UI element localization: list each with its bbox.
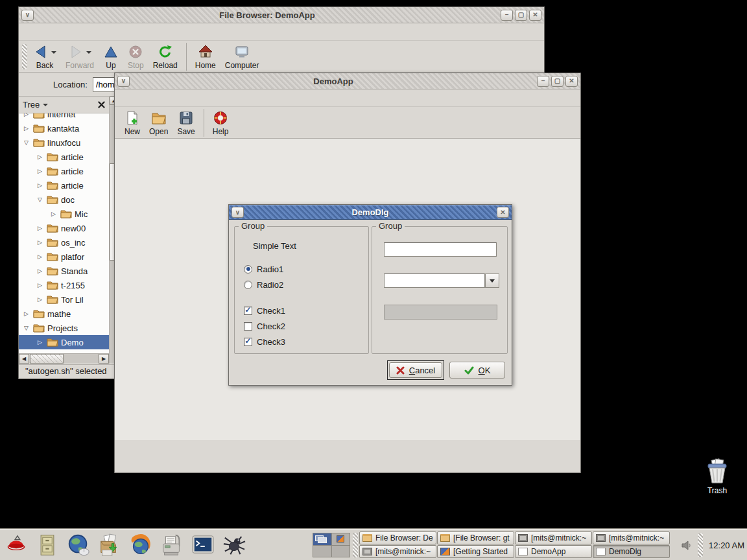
tree-item[interactable]: Standa	[19, 264, 109, 278]
expander-icon[interactable]	[24, 125, 33, 132]
tree-item[interactable]: internet	[19, 113, 109, 121]
radio-option[interactable]: Radio2	[244, 277, 368, 292]
scroll-right-icon[interactable]: ▶	[99, 354, 109, 364]
expander-icon[interactable]	[38, 296, 47, 303]
window-menu-icon[interactable]: ∨	[231, 207, 244, 218]
tree-item[interactable]: article	[19, 164, 109, 178]
tree-item[interactable]: article	[19, 150, 109, 164]
window-menu-icon[interactable]: ∨	[21, 10, 34, 21]
expander-icon[interactable]	[38, 239, 47, 246]
minimize-button[interactable]: –	[537, 76, 549, 87]
menu-item[interactable]	[141, 96, 151, 100]
tree-item[interactable]: os_inc	[19, 235, 109, 250]
scrollbar-thumb[interactable]	[30, 354, 64, 364]
tree-item[interactable]: linuxfocu	[19, 135, 109, 150]
task-button[interactable]: [mits@mitnick:~	[359, 545, 436, 558]
toolbar-button[interactable]: Stop	[123, 43, 148, 71]
spider-icon[interactable]	[221, 532, 247, 558]
expander-icon[interactable]	[51, 211, 60, 217]
toolbar-button[interactable]: Forward	[61, 43, 99, 71]
trash-desktop-icon[interactable]: Trash	[698, 458, 737, 495]
workspace-4[interactable]	[332, 546, 350, 557]
menu-item[interactable]	[120, 96, 130, 100]
task-button[interactable]: [File Browser: gt	[437, 531, 514, 544]
toolbar-button[interactable]: Reload	[148, 43, 182, 71]
tree-item[interactable]: doc	[19, 192, 109, 207]
close-button[interactable]: ✕	[529, 10, 541, 21]
toolbar-button[interactable]: New	[120, 109, 145, 137]
sidebar-view-selector[interactable]: Tree	[23, 100, 95, 110]
combo-dropdown-icon[interactable]	[485, 274, 499, 288]
tree-item[interactable]: platfor	[19, 250, 109, 264]
demodlg-titlebar[interactable]: ∨ DemoDlg ✕	[229, 205, 512, 220]
scroll-left-icon[interactable]: ◀	[19, 354, 29, 364]
toolbar-button[interactable]: Back	[29, 43, 61, 71]
clock-drag-handle[interactable]	[698, 533, 703, 557]
toolbar-button[interactable]: Open	[145, 109, 172, 137]
tree-item[interactable]: Projects	[19, 321, 109, 335]
demoapp-titlebar[interactable]: ∨ DemoApp – ▢ ✕	[115, 73, 580, 89]
expander-icon[interactable]	[24, 310, 33, 317]
toolbar-button[interactable]: Up	[99, 43, 123, 71]
checkbox-option[interactable]: Check3	[244, 334, 368, 349]
close-button[interactable]: ✕	[565, 76, 578, 87]
combo-box[interactable]	[384, 274, 499, 288]
package-manager-icon[interactable]	[97, 532, 123, 558]
checkbox-option[interactable]: Check2	[244, 318, 368, 334]
task-button[interactable]: DemoDlg	[593, 545, 670, 558]
maximize-button[interactable]: ▢	[551, 76, 563, 87]
workspace-pager[interactable]	[313, 533, 350, 557]
toolbar-button[interactable]: Help	[204, 109, 233, 137]
expander-icon[interactable]	[38, 268, 47, 274]
expander-icon[interactable]	[38, 154, 47, 160]
tree-item[interactable]: Demo	[19, 335, 109, 349]
menu-item[interactable]	[45, 30, 55, 34]
menu-item[interactable]	[55, 30, 65, 34]
close-sidebar-icon[interactable]	[98, 101, 105, 108]
web-browser-icon[interactable]	[65, 532, 91, 558]
tree-item[interactable]: Tor Lil	[19, 292, 109, 307]
task-button[interactable]: [mits@mitnick:~	[515, 531, 592, 544]
horizontal-scrollbar[interactable]: ◀ ▶	[19, 353, 109, 364]
clock[interactable]: 12:20 AM	[709, 541, 744, 550]
expander-icon[interactable]	[38, 182, 47, 189]
expander-icon[interactable]	[38, 225, 47, 231]
menu-item[interactable]	[130, 96, 141, 100]
combo-entry[interactable]	[384, 274, 485, 288]
firefox-icon[interactable]	[128, 532, 154, 558]
task-button[interactable]: [Getting Started	[437, 545, 514, 558]
menu-item[interactable]	[34, 30, 45, 34]
toolbar-button[interactable]: Computer	[220, 43, 264, 71]
maximize-button[interactable]: ▢	[515, 10, 527, 21]
tree-item[interactable]: t-2155	[19, 278, 109, 292]
tree-item[interactable]: mathe	[19, 307, 109, 321]
chevron-down-icon[interactable]	[86, 51, 91, 56]
menu-item[interactable]	[24, 30, 34, 34]
toolbar-drag-handle[interactable]	[22, 44, 27, 69]
window-menu-icon[interactable]: ∨	[117, 76, 130, 87]
tree-item[interactable]: kantakta	[19, 121, 109, 135]
checkbox-icon[interactable]	[244, 322, 252, 331]
radio-icon[interactable]	[244, 281, 252, 289]
cancel-button[interactable]: Cancel	[387, 360, 444, 380]
tree-item[interactable]: new00	[19, 221, 109, 235]
minimize-button[interactable]: –	[501, 10, 513, 21]
expander-icon[interactable]	[24, 139, 33, 146]
expander-icon[interactable]	[38, 168, 47, 174]
expander-icon[interactable]	[38, 196, 47, 203]
expander-icon[interactable]	[38, 282, 47, 288]
expander-icon[interactable]	[24, 325, 33, 331]
menu-item[interactable]	[76, 30, 86, 34]
toolbar-button[interactable]: Save	[172, 109, 199, 137]
chevron-down-icon[interactable]	[51, 51, 56, 56]
toolbar-button[interactable]: Home	[186, 43, 220, 71]
workspace-1[interactable]	[313, 533, 331, 545]
tasklist-drag-handle[interactable]	[353, 533, 358, 557]
text-entry[interactable]	[384, 242, 497, 257]
file-manager-icon[interactable]	[34, 532, 60, 558]
expander-icon[interactable]	[24, 113, 33, 117]
menu-item[interactable]	[65, 30, 76, 34]
task-button[interactable]: DemoApp	[515, 545, 592, 558]
checkbox-icon[interactable]	[244, 338, 252, 346]
redhat-menu-icon[interactable]	[3, 532, 29, 558]
